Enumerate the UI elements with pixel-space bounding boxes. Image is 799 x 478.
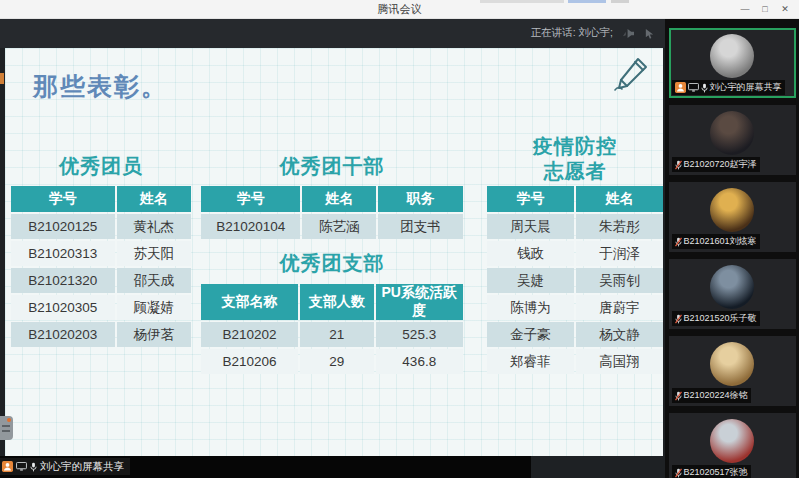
table-cell: 朱若彤: [576, 214, 663, 239]
presenter-icon: [675, 82, 686, 93]
table-cell: 杨伊茗: [117, 322, 191, 347]
participant-avatar: [710, 419, 754, 463]
table-cell: 杨文静: [576, 322, 663, 347]
column-header: 姓名: [117, 186, 191, 212]
participant-tile[interactable]: B21021520乐子敬: [669, 259, 796, 329]
maximize-button[interactable]: □: [755, 0, 775, 18]
slide-title: 那些表彰。: [33, 70, 168, 103]
participant-label: B21021601刘炫寒: [672, 234, 760, 249]
column-header: PU系统活跃度: [376, 284, 463, 320]
chip-line: [2, 430, 10, 432]
screen-share-label: 刘心宇的屏幕共享: [40, 460, 124, 474]
screen-share-icon: [16, 462, 27, 471]
table-cell: 陈艺涵: [302, 214, 376, 239]
column-header: 姓名: [302, 186, 376, 212]
screen-edge-artifact: [0, 73, 4, 84]
window-title: 腾讯会议: [378, 2, 422, 17]
table-row: B21020125黄礼杰: [11, 214, 191, 239]
table-row: 金子豪杨文静: [487, 322, 663, 347]
participant-tile[interactable]: B21020720赵宇泽: [669, 105, 796, 175]
meeting-main-area: 正在讲话: 刘心宇; 那些表彰。 优秀团员 优秀团干部 优秀团支部 疫情防控 志…: [0, 18, 665, 478]
table-cell: B21021320: [11, 268, 115, 293]
table-row: 郑睿菲高国翔: [487, 349, 663, 374]
speaking-status-text: 正在讲话: 刘心宇;: [531, 26, 613, 40]
section-heading-members: 优秀团员: [11, 154, 191, 179]
participant-label: B21021520乐子敬: [672, 311, 760, 326]
table-cell: 苏天阳: [117, 241, 191, 266]
participant-tile[interactable]: 刘心宇的屏幕共享: [669, 28, 796, 98]
table-header-row: 学号姓名职务: [201, 186, 463, 212]
participant-name: B21021601刘炫寒: [684, 235, 757, 248]
section-heading-branches: 优秀团支部: [201, 251, 463, 276]
table-row: 陈博为唐蔚宇: [487, 295, 663, 320]
mic-muted-icon: [675, 160, 682, 170]
participant-tile[interactable]: B21020517张弛: [669, 413, 796, 478]
background-window-tab: [480, 0, 564, 3]
mic-muted-icon: [675, 391, 682, 401]
mic-icon: [701, 83, 708, 93]
branches-table: 支部名称支部人数PU系统活跃度B21020221525.3B2102062943…: [199, 282, 465, 376]
volunteers-table: 学号姓名周天晨朱若彤钱政于润泽吴婕吴雨钊陈博为唐蔚宇金子豪杨文静郑睿菲高国翔: [485, 184, 665, 376]
participant-label: B21020517张弛: [672, 465, 751, 478]
table-row: B21020221525.3: [201, 322, 463, 347]
table-cell: 金子豪: [487, 322, 574, 347]
table-row: B21020203杨伊茗: [11, 322, 191, 347]
table-cell: 29: [300, 349, 374, 374]
participant-avatar: [710, 188, 754, 232]
table-cell: B21020313: [11, 241, 115, 266]
table-row: 钱政于润泽: [487, 241, 663, 266]
participant-label: 刘心宇的屏幕共享: [672, 80, 785, 95]
participant-label: B21020720赵宇泽: [672, 157, 760, 172]
table-row: 周天晨朱若彤: [487, 214, 663, 239]
close-button[interactable]: ✕: [775, 0, 795, 18]
speaker-horn-icon: [622, 28, 635, 39]
mic-muted-icon: [675, 237, 682, 247]
column-header: 支部名称: [201, 284, 298, 320]
participant-name: B21020720赵宇泽: [684, 158, 757, 171]
table-cell: 钱政: [487, 241, 574, 266]
table-row: 吴婕吴雨钊: [487, 268, 663, 293]
heading-line: 志愿者: [544, 160, 607, 182]
table-cell: 525.3: [376, 322, 463, 347]
table-cell: 顾凝婧: [117, 295, 191, 320]
table-cell: 吴雨钊: [576, 268, 663, 293]
notification-dot: [7, 418, 11, 422]
window-titlebar: 腾讯会议: [0, 0, 799, 19]
microphone-icon: [30, 462, 37, 472]
table-cell: B21020203: [11, 322, 115, 347]
column-header: 学号: [201, 186, 300, 212]
table-header-row: 支部名称支部人数PU系统活跃度: [201, 284, 463, 320]
participant-avatar: [710, 265, 754, 309]
presenter-tools-chip[interactable]: [0, 416, 13, 440]
table-cell: B21020125: [11, 214, 115, 239]
cursor-arrow-icon: [644, 28, 655, 39]
table-row: B21021320邵天成: [11, 268, 191, 293]
section-heading-cadres: 优秀团干部: [201, 154, 463, 179]
window-controls: — □ ✕: [735, 0, 795, 18]
participant-name: B21020224徐铭: [684, 389, 748, 402]
table-row: B21020629436.8: [201, 349, 463, 374]
participants-sidebar[interactable]: 刘心宇的屏幕共享B21020720赵宇泽B21021601刘炫寒B2102152…: [665, 18, 799, 478]
background-window-tab: [611, 0, 629, 3]
section-heading-volunteers: 疫情防控 志愿者: [487, 134, 663, 184]
participant-tile[interactable]: B21020224徐铭: [669, 336, 796, 406]
participant-tile[interactable]: B21021601刘炫寒: [669, 182, 796, 252]
table-cell: 高国翔: [576, 349, 663, 374]
table-cell: 陈博为: [487, 295, 574, 320]
table-header-row: 学号姓名: [487, 186, 663, 212]
table-cell: 436.8: [376, 349, 463, 374]
table-cell: B210202: [201, 322, 298, 347]
cadres-table: 学号姓名职务B21020104陈艺涵团支书: [199, 184, 465, 241]
mic-muted-icon: [675, 314, 682, 324]
table-cell: B21020305: [11, 295, 115, 320]
table-row: B21020305顾凝婧: [11, 295, 191, 320]
participant-label: B21020224徐铭: [672, 388, 751, 403]
table-row: B21020313苏天阳: [11, 241, 191, 266]
table-row: B21020104陈艺涵团支书: [201, 214, 463, 239]
participant-name: 刘心宇的屏幕共享: [710, 81, 782, 94]
column-header: 姓名: [576, 186, 663, 212]
minimize-button[interactable]: —: [735, 0, 755, 18]
screen-icon: [688, 83, 699, 92]
table-cell: 邵天成: [117, 268, 191, 293]
table-cell: 团支书: [378, 214, 463, 239]
